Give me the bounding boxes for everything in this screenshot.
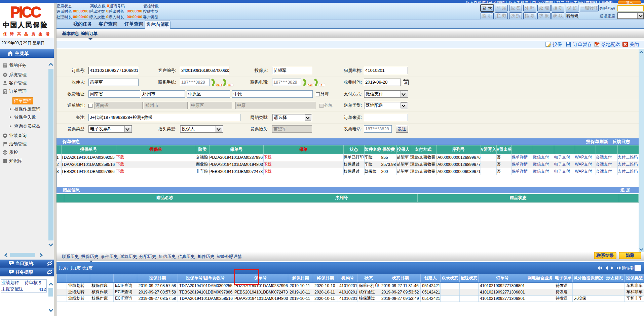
svg-text:+0: +0 <box>228 84 231 86</box>
svg-text:28: 28 <box>404 81 408 84</box>
svg-text:+0: +0 <box>319 84 322 86</box>
svg-text:CALL: CALL <box>308 84 314 86</box>
svg-text:CALL: CALL <box>216 84 223 86</box>
